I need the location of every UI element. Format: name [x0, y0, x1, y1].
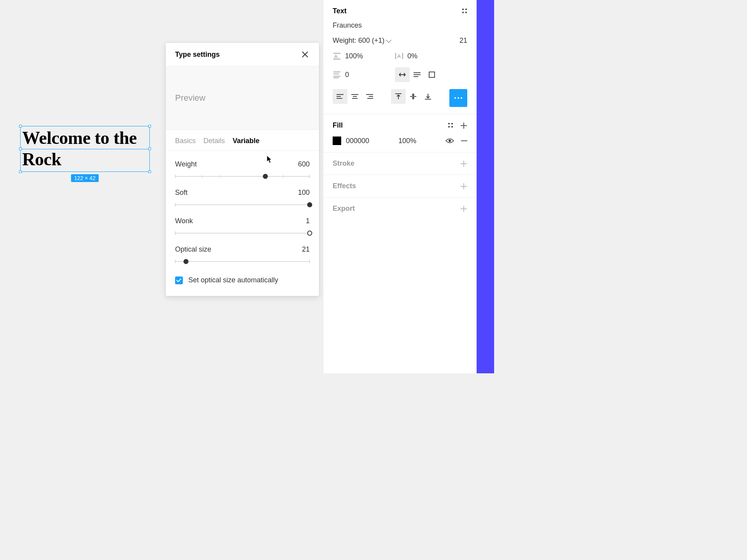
axis-wonk-label: Wonk — [175, 217, 193, 225]
fill-swatch[interactable] — [333, 136, 341, 145]
weight-slider-thumb[interactable] — [263, 174, 268, 179]
effects-section: Effects — [323, 175, 477, 198]
font-weight-select[interactable]: Weight: 600 (+1) — [333, 37, 391, 45]
letter-spacing-icon: A — [395, 52, 403, 60]
fill-section: Fill 000000 100% — [323, 114, 477, 152]
effects-heading: Effects — [333, 182, 356, 190]
resize-handle-br[interactable] — [148, 170, 151, 173]
stroke-heading: Stroke — [333, 159, 354, 168]
font-weight-label: Weight: 600 (+1) — [333, 37, 384, 45]
text-styles-icon[interactable] — [462, 9, 467, 14]
stroke-section: Stroke — [323, 152, 477, 175]
wonk-slider-thumb[interactable] — [307, 231, 312, 236]
axis-weight-label: Weight — [175, 160, 197, 168]
fill-opacity[interactable]: 100% — [398, 137, 416, 145]
add-effect-icon[interactable] — [460, 183, 467, 190]
type-settings-popover: Type settings Preview Basics Details Var… — [166, 43, 319, 296]
optical-auto-row[interactable]: Set optical size automatically — [166, 268, 319, 284]
weight-slider[interactable] — [175, 174, 310, 179]
soft-slider[interactable] — [175, 202, 310, 208]
preview-label: Preview — [175, 93, 310, 103]
letter-spacing-value: 0% — [407, 52, 417, 60]
dimension-badge: 122 × 42 — [71, 174, 99, 182]
line-height-field[interactable]: A 100% — [333, 52, 379, 60]
align-left-button[interactable] — [333, 89, 347, 104]
axis-optical: Optical size 21 — [175, 239, 310, 268]
fixed-size-button[interactable] — [424, 67, 439, 82]
align-bottom-button[interactable] — [421, 89, 435, 104]
auto-width-button[interactable] — [395, 67, 410, 82]
remove-fill-icon[interactable] — [461, 140, 467, 141]
axis-weight-value[interactable]: 600 — [298, 160, 310, 168]
add-stroke-icon[interactable] — [460, 160, 467, 167]
variable-axes: Weight 600 Soft 100 — [166, 151, 319, 268]
fill-hex[interactable]: 000000 — [346, 137, 369, 145]
right-edge-strip — [477, 0, 494, 373]
popover-title: Type settings — [175, 51, 220, 59]
selection-midline — [21, 149, 149, 149]
font-size-input[interactable]: 21 — [459, 37, 467, 45]
fill-heading: Fill — [333, 121, 343, 130]
font-family-select[interactable]: Fraunces — [333, 21, 467, 30]
optical-auto-checkbox[interactable] — [175, 276, 183, 284]
resize-handle-tr[interactable] — [148, 125, 151, 128]
tab-basics[interactable]: Basics — [175, 137, 196, 145]
chevron-down-icon — [386, 37, 391, 42]
close-icon[interactable] — [300, 50, 310, 59]
visibility-icon[interactable] — [445, 138, 454, 144]
add-export-icon[interactable] — [460, 205, 467, 212]
axis-wonk: Wonk 1 — [175, 211, 310, 239]
align-right-button[interactable] — [362, 89, 377, 104]
soft-slider-thumb[interactable] — [307, 202, 312, 207]
tab-details[interactable]: Details — [203, 137, 225, 145]
optical-slider[interactable] — [175, 259, 310, 264]
resize-handle-tl[interactable] — [19, 125, 22, 128]
fill-styles-icon[interactable] — [448, 123, 453, 128]
wonk-slider[interactable] — [175, 231, 310, 236]
resize-mode-group — [395, 67, 439, 82]
axis-soft-label: Soft — [175, 189, 188, 197]
optical-auto-label: Set optical size automatically — [188, 276, 278, 284]
letter-spacing-field[interactable]: A 0% — [395, 52, 442, 60]
selected-text-frame[interactable]: Welcome to the Rock — [20, 126, 150, 172]
export-section: Export — [323, 198, 477, 220]
preview-area: Preview — [166, 66, 319, 130]
inspector-panel: Text Fraunces Weight: 600 (+1) 21 A 100% — [323, 0, 477, 373]
paragraph-spacing-field[interactable]: 0 — [333, 67, 379, 82]
paragraph-spacing-icon — [333, 70, 341, 79]
optical-slider-thumb[interactable] — [183, 259, 188, 264]
axis-optical-label: Optical size — [175, 245, 211, 254]
align-middle-button[interactable] — [406, 89, 421, 104]
text-section: Text Fraunces Weight: 600 (+1) 21 A 100% — [323, 0, 477, 114]
align-center-button[interactable] — [347, 89, 362, 104]
export-heading: Export — [333, 205, 355, 213]
add-fill-icon[interactable] — [460, 122, 467, 129]
resize-handle-mr[interactable] — [148, 147, 151, 150]
type-settings-button[interactable] — [449, 89, 467, 107]
axis-weight: Weight 600 — [175, 154, 310, 182]
paragraph-spacing-value: 0 — [345, 71, 349, 79]
svg-text:A: A — [334, 54, 338, 60]
svg-rect-13 — [429, 72, 435, 77]
svg-point-26 — [449, 140, 451, 142]
axis-optical-value[interactable]: 21 — [302, 245, 310, 254]
axis-soft-value[interactable]: 100 — [298, 189, 310, 197]
line-height-icon: A — [333, 52, 341, 60]
axis-wonk-value[interactable]: 1 — [306, 217, 310, 225]
resize-handle-bl[interactable] — [19, 170, 22, 173]
popover-header: Type settings — [166, 43, 319, 66]
resize-handle-ml[interactable] — [19, 147, 22, 150]
tab-variable[interactable]: Variable — [233, 137, 260, 145]
svg-text:A: A — [397, 53, 401, 59]
line-height-value: 100% — [345, 52, 363, 60]
horizontal-align-group — [333, 89, 377, 107]
popover-tabs: Basics Details Variable — [166, 130, 319, 151]
axis-soft: Soft 100 — [175, 182, 310, 211]
auto-height-button[interactable] — [410, 67, 424, 82]
text-heading: Text — [333, 7, 347, 15]
vertical-align-group — [391, 89, 435, 107]
align-top-button[interactable] — [391, 89, 406, 104]
